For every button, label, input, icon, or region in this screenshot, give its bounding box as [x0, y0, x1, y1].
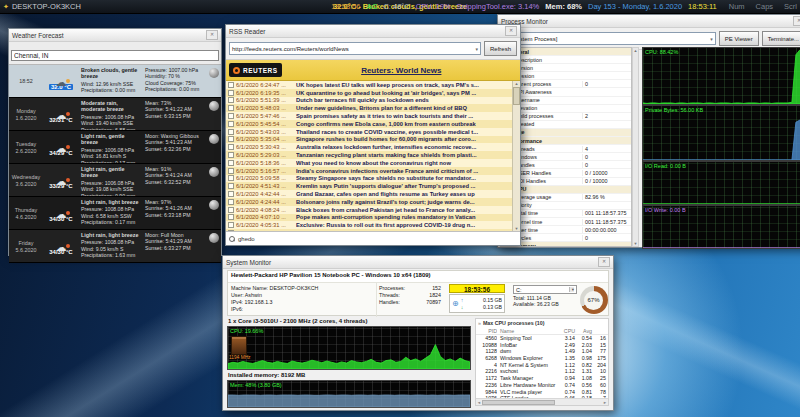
- col-name[interactable]: Name: [497, 328, 558, 334]
- news-title[interactable]: UK hopes latest EU talks will keep proce…: [296, 82, 518, 88]
- scroll-up-icon[interactable]: ▲: [634, 48, 638, 53]
- news-title[interactable]: Steamy Singapore says face shields no su…: [296, 175, 518, 181]
- news-title[interactable]: Russia's PM says 'grounds for cautious o…: [296, 230, 518, 231]
- expand-icon[interactable]: [228, 90, 234, 96]
- expand-icon[interactable]: [228, 199, 234, 205]
- location-input[interactable]: [11, 50, 219, 61]
- process-row[interactable]: 4560 Snipping Tool 3.14 0.54 16: [476, 335, 608, 342]
- news-item[interactable]: 6/1/2020 4:05:31 ... Exclusive: Russia t…: [226, 221, 520, 229]
- news-title[interactable]: Kremlin says Putin 'supports dialogue' a…: [296, 183, 518, 189]
- feed-title[interactable]: Reuters: World News: [286, 66, 517, 75]
- system-monitor-titlebar[interactable]: System Monitor ✕: [223, 256, 613, 269]
- col-cpu[interactable]: CPU: [558, 328, 575, 334]
- expand-icon[interactable]: [228, 121, 234, 127]
- news-title[interactable]: India's coronavirus infections overtake …: [296, 168, 518, 174]
- expand-icon[interactable]: [228, 82, 234, 88]
- news-title[interactable]: Grand Bazaar, cafes open and flights res…: [296, 191, 518, 197]
- news-item[interactable]: 6/1/2020 5:30:43 ... Australia relaxes l…: [226, 143, 520, 151]
- search-input-value[interactable]: ghedo: [238, 236, 255, 242]
- expand-icon[interactable]: [228, 105, 234, 111]
- terminate-button[interactable]: Terminate...: [762, 31, 800, 46]
- news-item[interactable]: 6/1/2020 4:07:10 ... Pope makes anti-cor…: [226, 214, 520, 222]
- expand-icon[interactable]: [228, 222, 234, 228]
- news-scrollbar[interactable]: ▲ ▼: [512, 81, 520, 231]
- process-row[interactable]: 2216 svchost 1.12 1.31 10: [476, 368, 608, 375]
- forecast-row[interactable]: Monday 1.6.2020 ☁ 32/31 °C Moderate rain…: [9, 98, 221, 131]
- expand-icon[interactable]: [228, 97, 234, 103]
- process-row[interactable]: 2236 Libre Hardware Monitor 0.74 0.56 60: [476, 382, 608, 389]
- drive-select[interactable]: C: ▾: [513, 285, 577, 294]
- forecast-row[interactable]: Thursday 4.6.2020 ☁ 34/30 °C Light rain,…: [9, 197, 221, 230]
- scroll-right-icon[interactable]: ►: [603, 400, 607, 405]
- news-title[interactable]: UK quarantine to go ahead but looking at…: [296, 90, 518, 96]
- news-title[interactable]: Thailand races to create COVID vaccine, …: [296, 129, 518, 135]
- process-row[interactable]: 6268 Windows Explorer 1.35 0.98 175: [476, 355, 608, 362]
- expand-icon[interactable]: [228, 191, 234, 197]
- news-item[interactable]: 6/1/2020 4:42:44 ... Grand Bazaar, cafes…: [226, 190, 520, 198]
- scroll-up-icon[interactable]: ▲: [515, 81, 519, 86]
- process-monitor-window[interactable]: Process Monitor ✕ 0=[System Process] ▾ P…: [497, 14, 800, 248]
- news-title[interactable]: Under new guidelines, Britons plan for a…: [296, 105, 518, 111]
- expand-icon[interactable]: [228, 160, 234, 166]
- close-icon[interactable]: ✕: [206, 30, 218, 40]
- forecast-row[interactable]: 18:52 ☁ 32.0 °C Broken clouds, gentle br…: [9, 65, 221, 98]
- expand-icon[interactable]: [228, 183, 234, 189]
- process-row[interactable]: 4 NT Kernel & System 1.12 0.82 204: [476, 362, 608, 369]
- news-title[interactable]: Australia relaxes lockdown further, inte…: [296, 144, 518, 150]
- news-title[interactable]: Tanzanian recycling plant starts making …: [296, 152, 518, 158]
- scroll-thumb[interactable]: [482, 400, 556, 405]
- expand-icon[interactable]: [228, 207, 234, 213]
- scroll-down-icon[interactable]: ▼: [515, 226, 519, 231]
- news-title[interactable]: Exclusive: Russia to roll out its first …: [296, 222, 518, 228]
- process-monitor-titlebar[interactable]: Process Monitor ✕: [498, 15, 800, 28]
- expand-icon[interactable]: [228, 136, 234, 142]
- news-item[interactable]: 6/1/2020 5:09:58 ... Steamy Singapore sa…: [226, 175, 520, 183]
- news-item[interactable]: 6/1/2020 5:48:03 ... Under new guideline…: [226, 104, 520, 112]
- refresh-button[interactable]: Refresh: [484, 41, 517, 56]
- expand-icon[interactable]: [228, 214, 234, 220]
- news-title[interactable]: Bolsonaro joins rally against Brazil's t…: [296, 199, 518, 205]
- news-item[interactable]: 6/1/2020 5:47:46 ... Spain promises safe…: [226, 112, 520, 120]
- close-icon[interactable]: ✕: [793, 16, 800, 26]
- scroll-down-icon[interactable]: ▼: [634, 241, 638, 246]
- news-title[interactable]: Spain promises safety as it tries to win…: [296, 113, 518, 119]
- close-icon[interactable]: ✕: [505, 26, 517, 36]
- collapse-icon[interactable]: »: [478, 320, 481, 326]
- news-item[interactable]: 6/1/2020 5:43:03 ... Thailand races to c…: [226, 128, 520, 136]
- rss-titlebar[interactable]: RSS Reader ✕: [226, 25, 520, 38]
- news-title[interactable]: What you need to know about the coronavi…: [296, 160, 518, 166]
- weather-titlebar[interactable]: Weather Forecast ✕: [9, 29, 221, 42]
- news-item[interactable]: 6/1/2020 4:51:43 ... Kremlin says Putin …: [226, 182, 520, 190]
- col-pid[interactable]: PID: [478, 328, 497, 334]
- system-monitor-window[interactable]: System Monitor ✕ Hewlett-Packard HP Pavi…: [222, 255, 614, 411]
- process-list-hscrollbar[interactable]: ◄ ►: [476, 398, 608, 405]
- pe-viewer-button[interactable]: PE Viewer: [719, 31, 759, 46]
- news-item[interactable]: 6/1/2020 4:08:24 ... Black boxes from cr…: [226, 206, 520, 214]
- expand-icon[interactable]: [228, 113, 234, 119]
- news-title[interactable]: Black boxes from crashed Pakistan jet he…: [296, 207, 518, 213]
- news-title[interactable]: Singapore rushes to build homes for 60,0…: [296, 136, 518, 142]
- col-avg[interactable]: Avg: [575, 328, 592, 334]
- news-item[interactable]: 6/1/2020 6:24:47 ... UK hopes latest EU …: [226, 81, 520, 89]
- expand-icon[interactable]: [228, 230, 234, 231]
- news-search-bar[interactable]: ghedo: [226, 231, 520, 245]
- forecast-row[interactable]: Friday 5.6.2020 ☁ 34/30 °C Light rain, l…: [9, 230, 221, 263]
- expand-icon[interactable]: [228, 168, 234, 174]
- process-row[interactable]: 1172 Task Manager 0.94 1.08 25: [476, 375, 608, 382]
- process-row[interactable]: 9844 VLC media player 0.74 0.81 78: [476, 389, 608, 396]
- news-item[interactable]: 6/1/2020 5:51:39 ... Dutch bar terraces …: [226, 97, 520, 105]
- news-item[interactable]: 6/1/2020 5:35:04 ... Singapore rushes to…: [226, 136, 520, 144]
- process-row[interactable]: 10988 InfoBar 2.49 2.03 15: [476, 342, 608, 349]
- news-item[interactable]: 6/1/2020 5:18:36 ... What you need to kn…: [226, 159, 520, 167]
- news-title[interactable]: Dutch bar terraces fill quickly as lockd…: [296, 97, 518, 103]
- feed-url-input[interactable]: http://feeds.reuters.com/Reuters/worldNe…: [229, 42, 481, 55]
- grid-scrollbar[interactable]: ▲ ▼: [632, 47, 639, 247]
- weather-forecast-window[interactable]: Weather Forecast ✕ 18:52 ☁ 32.0 °C: [8, 28, 222, 256]
- expand-icon[interactable]: [228, 175, 234, 181]
- rss-reader-window[interactable]: RSS Reader ✕ http://feeds.reuters.com/Re…: [225, 24, 521, 246]
- news-title[interactable]: Pope makes anti-corruption spending rule…: [296, 214, 518, 220]
- news-title[interactable]: Congo confirms new Ebola case, 1,000 km …: [296, 121, 518, 127]
- forecast-row[interactable]: Wednesday 3.6.2020 ☁ 33/29 °C Light rain…: [9, 164, 221, 197]
- news-item[interactable]: 6/1/2020 4:24:44 ... Bolsonaro joins ral…: [226, 198, 520, 206]
- forecast-row[interactable]: Tuesday 2.6.2020 ☁ 34/29 °C Light rain, …: [9, 131, 221, 164]
